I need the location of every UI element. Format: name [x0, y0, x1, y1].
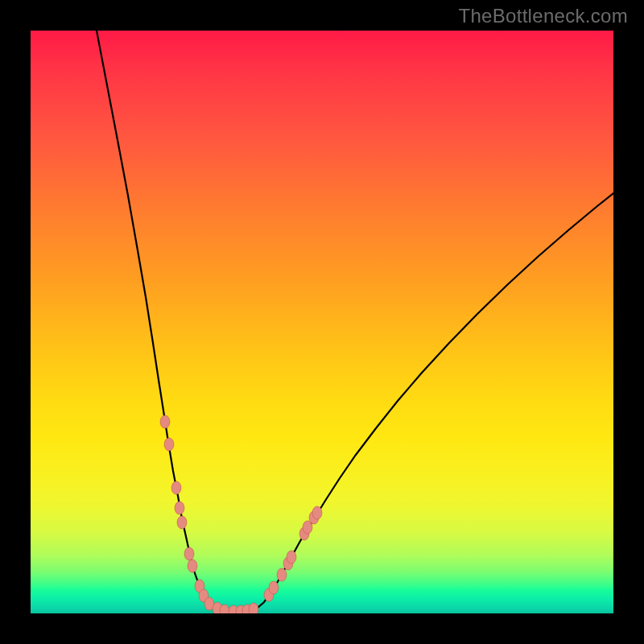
cluster-marker [269, 581, 279, 594]
cluster-marker-group [160, 415, 322, 613]
left-branch-curve [97, 31, 246, 612]
cluster-marker [188, 559, 197, 572]
cluster-marker [312, 506, 322, 519]
cluster-marker [177, 516, 187, 529]
cluster-marker [164, 438, 174, 451]
cluster-marker [287, 551, 296, 564]
cluster-marker [160, 415, 170, 428]
watermark-text: TheBottleneck.com [458, 5, 628, 27]
chart-frame: TheBottleneck.com [0, 0, 644, 644]
cluster-marker [171, 481, 181, 494]
curve-layer [31, 31, 613, 613]
plot-area [31, 31, 613, 613]
cluster-marker [175, 502, 184, 514]
cluster-marker [249, 603, 258, 613]
cluster-marker [184, 547, 194, 560]
right-branch-curve [246, 193, 613, 612]
cluster-marker [277, 568, 287, 581]
